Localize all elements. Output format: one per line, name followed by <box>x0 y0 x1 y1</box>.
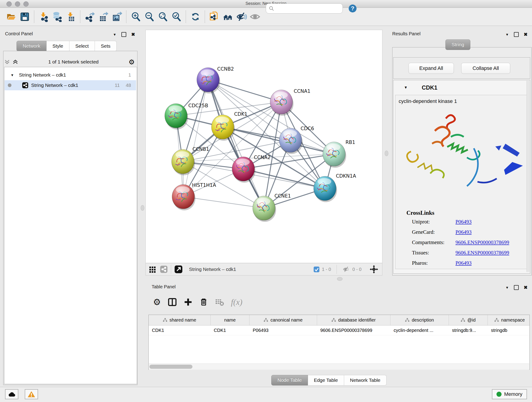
tab-network[interactable]: Network <box>17 41 46 51</box>
tab-node-table[interactable]: Node Table <box>271 375 308 385</box>
crosslink-link[interactable]: 9606.ENSP00000378699 <box>456 250 509 256</box>
add-column-icon[interactable] <box>184 298 192 306</box>
function-builder-icon[interactable]: f(x) <box>231 297 242 307</box>
column-header-name[interactable]: name <box>210 315 249 325</box>
panel-menu-icon[interactable]: ▼ <box>113 32 116 36</box>
edge-CCNB2-CCNE1[interactable] <box>208 80 264 208</box>
table-cell[interactable]: stringdb:9... <box>449 325 488 335</box>
right-splitter-handle[interactable] <box>385 151 388 156</box>
help-button[interactable]: ? <box>348 4 357 14</box>
table-cell[interactable]: stringdb <box>488 325 530 335</box>
zoom-selected-button[interactable] <box>171 11 182 23</box>
open-session-button[interactable] <box>6 11 17 23</box>
zoom-in-button[interactable] <box>130 11 142 23</box>
clone-network-button[interactable] <box>209 11 220 23</box>
panel-close-icon[interactable]: ✖ <box>524 285 528 290</box>
clear-table-icon[interactable] <box>215 298 224 307</box>
bottom-splitter-handle[interactable] <box>337 277 342 281</box>
tab-select[interactable]: Select <box>70 41 95 51</box>
network-view-icon[interactable] <box>160 265 168 273</box>
tab-string[interactable]: String <box>445 39 470 50</box>
panel-float-icon[interactable] <box>514 32 519 37</box>
left-splitter-handle[interactable] <box>141 205 144 211</box>
annotation-mode-icon[interactable] <box>174 265 183 274</box>
column-header-canonical-name[interactable]: canonical name <box>249 315 317 325</box>
node-RB1[interactable] <box>323 142 346 168</box>
panel-float-icon[interactable] <box>121 32 126 37</box>
tab-style[interactable]: Style <box>46 41 70 51</box>
column-header-shared-name[interactable]: shared name <box>149 315 210 325</box>
panel-menu-icon[interactable]: ▼ <box>505 286 509 289</box>
export-image-button[interactable] <box>111 11 123 23</box>
tab-network-table[interactable]: Network Table <box>344 375 387 385</box>
table-cell[interactable]: cyclin-dependent ... <box>390 325 449 335</box>
zoom-fit-button[interactable] <box>157 11 169 23</box>
column-header-namespace[interactable]: namespace <box>488 315 530 325</box>
table-cell[interactable]: CDK1 <box>210 325 249 335</box>
zoom-out-button[interactable] <box>144 11 155 23</box>
split-columns-icon[interactable] <box>168 298 177 307</box>
node-CDC25B[interactable] <box>165 104 188 129</box>
crosslink-link[interactable]: P06493 <box>456 229 472 235</box>
search-input[interactable] <box>274 6 339 11</box>
node-CDKN1A[interactable] <box>314 176 337 202</box>
node-CCNE1[interactable] <box>253 196 276 222</box>
selected-checkbox-icon[interactable] <box>313 266 320 273</box>
table-cell[interactable]: CDK1 <box>149 325 210 335</box>
panel-float-icon[interactable] <box>514 285 519 290</box>
collapse-triangle-icon[interactable]: ▼ <box>404 85 408 89</box>
table-hscrollbar-thumb[interactable] <box>149 365 192 369</box>
import-table-button[interactable] <box>65 11 76 23</box>
expand-all-icon[interactable] <box>12 59 18 65</box>
column-header-description[interactable]: description <box>390 315 449 325</box>
node-CCNB2[interactable] <box>197 68 220 94</box>
cloud-status-button[interactable] <box>5 389 18 399</box>
save-session-button[interactable] <box>19 11 31 23</box>
node-CDK1[interactable] <box>211 115 235 141</box>
table-cell[interactable]: P06493 <box>249 325 317 335</box>
hide-selected-button[interactable] <box>236 11 247 23</box>
network-graph[interactable]: CCNB2CCNA1CDC25BCDK1CDC6RB1CCNB1CCNA2CDK… <box>146 30 382 263</box>
delete-column-icon[interactable] <box>199 298 208 306</box>
tab-edge-table[interactable]: Edge Table <box>308 375 344 385</box>
tab-sets[interactable]: Sets <box>95 41 117 51</box>
export-network-button[interactable] <box>84 11 95 23</box>
import-network-file-button[interactable] <box>38 11 50 23</box>
panel-close-icon[interactable]: ✖ <box>524 32 528 37</box>
memory-button[interactable]: Memory <box>492 389 527 399</box>
show-all-networks-button[interactable] <box>222 11 234 23</box>
export-table-button[interactable] <box>98 11 109 23</box>
column-header-@id[interactable]: @id <box>449 315 488 325</box>
table-hscrollbar[interactable] <box>149 364 529 370</box>
grid-view-icon[interactable] <box>149 266 156 273</box>
crosslink-link[interactable]: P06493 <box>456 219 472 225</box>
node-CCNA2[interactable] <box>232 157 255 183</box>
results-entry-header[interactable]: ▼ CDK1 <box>393 80 530 95</box>
column-header-database-identifier[interactable]: database identifier <box>317 315 390 325</box>
table-cell[interactable]: 9606.ENSP00000378699 <box>317 325 390 335</box>
collapse-all-button[interactable]: Collapse All <box>461 63 510 74</box>
pan-crosshair-icon[interactable] <box>369 265 379 274</box>
tree-expand-icon[interactable]: ▼ <box>11 73 14 77</box>
node-table[interactable]: shared namenamecanonical namedatabase id… <box>148 315 530 370</box>
crosslink-link[interactable]: P06493 <box>456 260 472 266</box>
gear-icon[interactable]: ⚙︎ <box>128 58 135 66</box>
warnings-button[interactable] <box>25 389 38 399</box>
table-row[interactable]: CDK1CDK1P064939606.ENSP00000378699cyclin… <box>149 325 530 335</box>
network-canvas[interactable]: CCNB2CCNA1CDC25BCDK1CDC6RB1CCNB1CCNA2CDK… <box>146 30 382 263</box>
crosslink-link[interactable]: 9606.ENSP00000378699 <box>456 240 509 245</box>
table-gear-icon[interactable]: ⚙︎ <box>153 297 161 307</box>
expand-all-button[interactable]: Expand All <box>409 63 454 74</box>
panel-menu-icon[interactable]: ▼ <box>505 32 509 36</box>
panel-close-icon[interactable]: ✖ <box>131 32 135 37</box>
refresh-button[interactable] <box>190 11 201 23</box>
show-hidden-button[interactable] <box>249 11 261 23</box>
node-CDC6[interactable] <box>279 128 303 154</box>
results-scrollbar[interactable] <box>526 81 530 272</box>
import-network-database-button[interactable] <box>51 11 63 23</box>
search-field[interactable] <box>266 3 343 13</box>
hidden-eye-icon[interactable] <box>342 266 350 273</box>
collapse-all-icon[interactable] <box>4 59 10 65</box>
network-collection-row[interactable]: ▼ String Network – cdk1 1 <box>5 70 136 80</box>
node-CCNA1[interactable] <box>270 90 293 116</box>
